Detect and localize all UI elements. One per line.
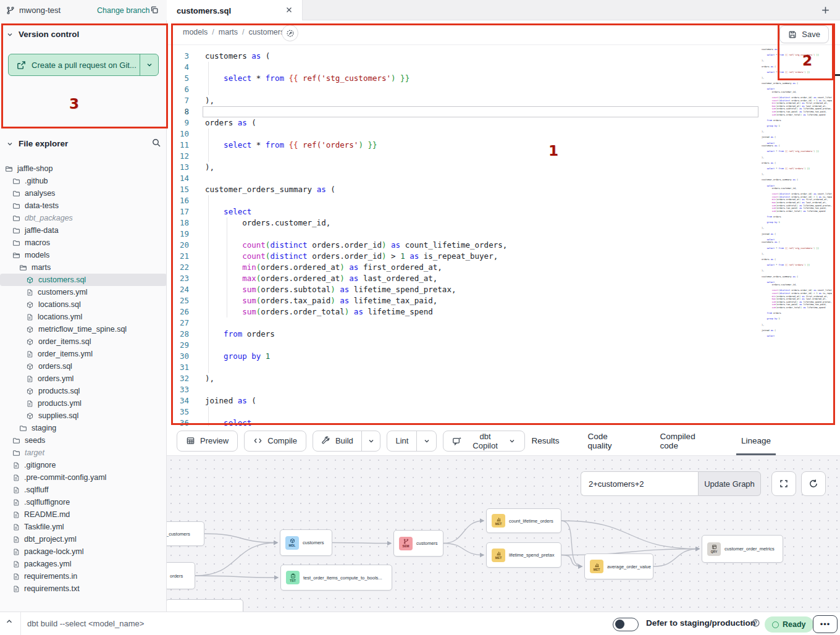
create-pull-request-button[interactable]: Create a pull request on Git... [8, 54, 159, 76]
tree-item-seeds[interactable]: seeds [0, 434, 167, 447]
tab-results[interactable]: Results [531, 426, 559, 455]
code-line-11[interactable]: 11 select * from {{ ref('orders') }} [167, 140, 760, 151]
search-icon[interactable] [151, 138, 161, 148]
code-line-7[interactable]: 7), [167, 95, 760, 106]
tree-item-metricflow-time-spine.sql[interactable]: metricflow_time_spine.sql [0, 323, 167, 335]
save-button[interactable]: Save [779, 25, 829, 43]
lineage-node-partial[interactable] [167, 599, 243, 612]
lint-button[interactable]: Lint [387, 431, 417, 451]
code-line-19[interactable]: 19 [167, 229, 760, 240]
minimap[interactable]: customers as ( select * from {{ ref('stg… [762, 48, 832, 338]
tree-item-staging[interactable]: staging [0, 422, 167, 434]
lineage-panel[interactable]: stg_customersordersMDLcustomersTSTtest_o… [167, 456, 840, 612]
code-line-4[interactable]: 4 [167, 62, 760, 73]
tree-item-requirements.in[interactable]: requirements.in [0, 570, 167, 582]
code-line-13[interactable]: 13), [167, 162, 760, 173]
caret-up-icon[interactable] [5, 617, 14, 626]
refresh-icon[interactable] [801, 471, 826, 496]
code-line-3[interactable]: 3customers as ( [167, 51, 760, 62]
code-line-26[interactable]: 26 sum(orders.order_total) as lifetime_s… [167, 306, 760, 318]
code-line-21[interactable]: 21 count(distinct orders.order_id) > 1 a… [167, 251, 760, 262]
code-line-20[interactable]: 20 count(distinct orders.order_id) as co… [167, 240, 760, 251]
tab-lineage[interactable]: Lineage [741, 426, 771, 455]
close-tab-icon[interactable] [285, 6, 293, 14]
code-editor[interactable]: 3customers as (45 select * from {{ ref('… [167, 45, 840, 426]
tree-item-customers.yml[interactable]: customers.yml [0, 286, 167, 298]
lineage-node-average_order_value[interactable]: METaverage_order_value [584, 553, 653, 579]
tree-item-supplies.sql[interactable]: supplies.sql [0, 410, 167, 422]
tree-item-locations.sql[interactable]: locations.sql [0, 298, 167, 311]
code-line-10[interactable]: 10 [167, 128, 760, 140]
compile-button[interactable]: Compile [244, 431, 306, 452]
tree-item-packages.yml[interactable]: packages.yml [0, 558, 167, 570]
lineage-node-count_lifetime_orders[interactable]: METcount_lifetime_orders [486, 508, 561, 533]
code-line-28[interactable]: 28 from orders [167, 329, 760, 340]
tree-item-taskfile.yml[interactable]: Taskfile.yml [0, 521, 167, 533]
code-line-17[interactable]: 17 select [167, 206, 760, 217]
code-line-15[interactable]: 15customer_orders_summary as ( [167, 184, 760, 195]
tree-item-marts[interactable]: marts [0, 261, 167, 274]
tree-item-requirements.txt[interactable]: requirements.txt [0, 582, 167, 595]
tree-item-data-tests[interactable]: data-tests [0, 200, 167, 212]
tree-item-products.sql[interactable]: products.sql [0, 385, 167, 397]
version-control-header[interactable]: Version control [6, 30, 79, 39]
breadcrumb-marts[interactable]: marts [219, 28, 238, 36]
tab-code-quality[interactable]: Code quality [588, 426, 632, 455]
tree-item-.gitignore[interactable]: .gitignore [0, 459, 167, 471]
breadcrumb-models[interactable]: models [183, 28, 208, 36]
code-line-33[interactable]: 33 [167, 384, 760, 395]
lineage-node-stg_customers[interactable]: stg_customers [167, 521, 204, 546]
code-line-5[interactable]: 5 select * from {{ ref('stg_customers') … [167, 73, 760, 84]
code-line-18[interactable]: 18 orders.customer_id, [167, 217, 760, 229]
tree-item-.github[interactable]: .github [0, 175, 167, 187]
code-line-22[interactable]: 22 min(orders.ordered_at) as first_order… [167, 262, 760, 273]
code-line-8[interactable]: 8 [167, 106, 760, 117]
dbt-copilot-button[interactable]: dbt Copilot [443, 431, 526, 452]
lineage-node-customer_order_metrics[interactable]: QRYcustomer_order_metrics [702, 535, 783, 563]
lineage-node-customers[interactable]: MDLcustomers [280, 529, 332, 556]
update-graph-button[interactable]: Update Graph [698, 471, 761, 496]
code-line-12[interactable]: 12 [167, 151, 760, 162]
code-line-34[interactable]: 34joined as ( [167, 395, 760, 406]
tree-item-macros[interactable]: macros [0, 237, 167, 249]
tree-item-target[interactable]: target [0, 447, 167, 459]
tree-item-package-lock.yml[interactable]: package-lock.yml [0, 545, 167, 558]
lineage-selector-input[interactable] [581, 471, 698, 496]
file-explorer-header[interactable]: File explorer [6, 139, 68, 148]
code-line-16[interactable]: 16 [167, 195, 760, 206]
lineage-node-test_order_items_compute_to_bools...[interactable]: TSTtest_order_items_compute_to_bools... [280, 565, 392, 591]
tree-item-locations.yml[interactable]: locations.yml [0, 311, 167, 323]
tab-customers-sql[interactable]: customers.sql [167, 0, 303, 21]
tree-item-orders.yml[interactable]: orders.yml [0, 372, 167, 385]
code-line-29[interactable]: 29 [167, 340, 760, 351]
scroll-marker[interactable] [833, 74, 840, 76]
code-line-6[interactable]: 6 [167, 84, 760, 95]
more-menu-button[interactable]: ••• [813, 615, 838, 633]
code-line-32[interactable]: 32), [167, 373, 760, 384]
tree-item-customers.sql[interactable]: customers.sql [0, 274, 167, 286]
lineage-node-customers[interactable]: SEMcustomers [393, 530, 443, 557]
build-dropdown-chevron[interactable] [362, 431, 380, 451]
tree-item-dbt-project.yml[interactable]: dbt_project.yml [0, 533, 167, 545]
change-branch-link[interactable]: Change branch [97, 6, 149, 15]
tree-item-.pre-commit-config.yaml[interactable]: .pre-commit-config.yaml [0, 471, 167, 484]
tree-item-order-items.sql[interactable]: order_items.sql [0, 335, 167, 348]
code-line-31[interactable]: 31 [167, 362, 760, 373]
code-line-25[interactable]: 25 sum(orders.tax_paid) as lifetime_tax_… [167, 295, 760, 306]
code-line-24[interactable]: 24 sum(orders.subtotal) as lifetime_spen… [167, 284, 760, 295]
tree-item-.sqlfluff[interactable]: .sqlfluff [0, 484, 167, 496]
tree-item-readme.md[interactable]: README.md [0, 508, 167, 521]
copy-icon[interactable] [150, 6, 159, 14]
code-line-14[interactable]: 14 [167, 173, 760, 184]
build-button[interactable]: Build [313, 431, 362, 451]
code-line-35[interactable]: 35 [167, 406, 760, 418]
tree-item-.sqlfluffignore[interactable]: .sqlfluffignore [0, 496, 167, 508]
lineage-node-lifetime_spend_pretax[interactable]: METlifetime_spend_pretax [486, 542, 561, 568]
jinja-preview-button[interactable] [282, 25, 298, 41]
tree-item-orders.sql[interactable]: orders.sql [0, 360, 167, 372]
tree-item-analyses[interactable]: analyses [0, 187, 167, 200]
pr-dropdown-chevron[interactable] [140, 54, 158, 75]
tree-item-jaffle-shop[interactable]: jaffle-shop [0, 162, 167, 175]
defer-toggle[interactable] [613, 618, 639, 631]
ready-status-badge[interactable]: Ready [765, 616, 813, 633]
